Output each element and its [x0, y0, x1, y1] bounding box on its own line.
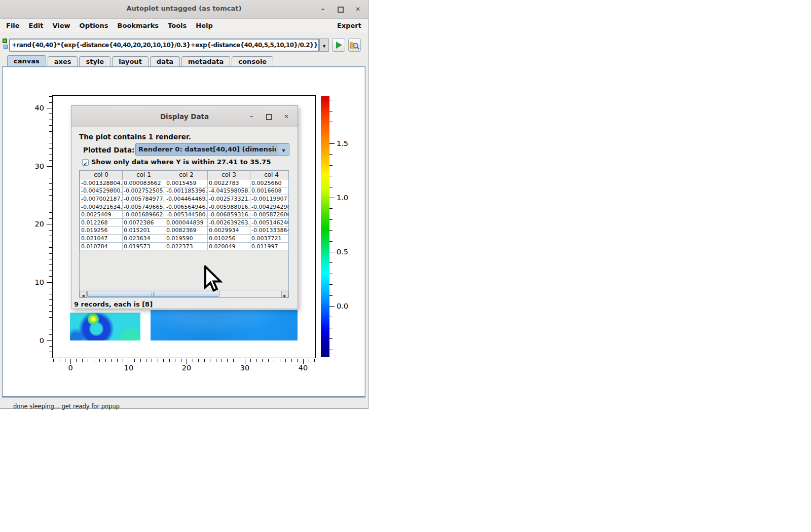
dialog-close-icon[interactable]	[281, 111, 291, 122]
table-cell: -0.004529800...	[80, 187, 123, 195]
table-cell: 0.011997	[250, 242, 289, 250]
display-data-dialog: Display Data The plot contains 1 rendere…	[71, 105, 298, 309]
table-cell: -0.001199077...	[250, 195, 289, 203]
uri-address-input[interactable]: +rand{40,40}*{exp{-distance{40,40,20,20,…	[9, 39, 319, 52]
table-cell: 0.012268	[80, 218, 123, 226]
minimize-icon[interactable]	[318, 4, 328, 14]
table-cell: -0.005749665...	[123, 203, 165, 211]
maximize-icon[interactable]	[336, 4, 346, 14]
menu-help[interactable]: Help	[191, 22, 217, 29]
plotted-data-label: Plotted Data:	[83, 146, 135, 154]
table-row[interactable]: 0.0122680.00723860.000044839-0.002639263…	[80, 218, 289, 226]
table-cell: -0.005146240...	[250, 218, 289, 226]
canvas-bottom-divider	[2, 397, 365, 398]
horizontal-scrollbar[interactable]	[80, 290, 288, 297]
table-header-cell[interactable]: col 4	[250, 171, 289, 179]
expert-label[interactable]: Expert	[337, 22, 361, 29]
tab-layout[interactable]: layout	[112, 56, 149, 66]
data-table: col 0col 1col 2col 3col 4 -0.001328804..…	[80, 170, 289, 250]
tabs-row: canvasaxesstylelayoutdatametadataconsole	[0, 56, 368, 66]
plotted-data-combobox[interactable]: Renderer 0: dataset[40,40] (dimension...	[135, 143, 289, 156]
dialog-maximize-icon[interactable]	[264, 111, 274, 122]
close-icon[interactable]	[353, 4, 363, 14]
tabs: canvasaxesstylelayoutdatametadataconsole	[7, 55, 275, 66]
table-cell: -0.004294298...	[250, 203, 289, 211]
dialog-titlebar[interactable]: Display Data	[71, 106, 298, 127]
scrollbar-thumb[interactable]	[87, 291, 219, 297]
screen: Autoplot untagged (as tomcat) FileEditVi…	[0, 0, 811, 532]
menu-bookmarks[interactable]: Bookmarks	[113, 22, 164, 29]
tab-style[interactable]: style	[79, 56, 110, 66]
address-row: +rand{40,40}*{exp{-distance{40,40,20,20,…	[0, 32, 368, 56]
table-cell: -0.004921634...	[80, 203, 123, 211]
table-cell: -4.041598058...	[208, 187, 250, 195]
table-header-cell[interactable]: col 2	[165, 171, 208, 179]
table-cell: -0.005872606...	[250, 211, 289, 219]
menu-items: FileEditViewOptionsBookmarksToolsHelp	[6, 19, 217, 32]
menu-view[interactable]: View	[48, 22, 75, 29]
table-cell: 0.0025409	[80, 211, 123, 219]
table-cell: -0.002639263...	[208, 218, 250, 226]
combobox-arrow-icon[interactable]	[278, 144, 289, 155]
table-cell: -0.001689662...	[123, 211, 165, 219]
table-cell: 0.021047	[80, 235, 123, 243]
tab-data[interactable]: data	[150, 56, 180, 66]
table-row[interactable]: -0.004921634...-0.005749665...-0.0065649…	[80, 203, 289, 211]
table-cell: 0.010256	[208, 235, 250, 243]
inspect-uri-button[interactable]	[348, 39, 361, 52]
menu-file[interactable]: File	[6, 22, 24, 29]
records-summary: 9 records, each is [8]	[74, 300, 153, 308]
filter-checkbox[interactable]	[82, 159, 89, 166]
mouse-cursor	[202, 265, 223, 294]
table-header-cell[interactable]: col 1	[123, 171, 165, 179]
renderer-count-text: The plot contains 1 renderer.	[79, 133, 191, 141]
tab-axes[interactable]: axes	[48, 56, 78, 66]
play-icon	[336, 42, 342, 49]
scroll-left-icon[interactable]	[80, 291, 87, 297]
app-titlebar[interactable]: Autoplot untagged (as tomcat)	[0, 0, 368, 19]
menu-options[interactable]: Options	[75, 22, 113, 29]
table-cell: -0.005784977...	[123, 195, 165, 203]
table-cell: 0.0022783	[208, 179, 250, 187]
table-cell: -0.004464469...	[165, 195, 208, 203]
table-cell: -0.001328804...	[80, 179, 123, 187]
table-cell: 0.0025660	[250, 179, 289, 187]
table-row[interactable]: 0.0107840.0195730.0223730.0200490.011997…	[80, 242, 289, 250]
menu-tools[interactable]: Tools	[163, 22, 191, 29]
table-row[interactable]: 0.0210470.0236340.0195900.0102560.003772…	[80, 235, 289, 243]
table-header-cell[interactable]: col 3	[208, 171, 250, 179]
table-cell: 0.0029934	[208, 226, 250, 235]
dialog-maximize-box	[266, 114, 272, 120]
table-row[interactable]: 0.0025409-0.001689662...-0.005344580...-…	[80, 211, 289, 219]
tab-canvas[interactable]: canvas	[7, 55, 46, 66]
table-cell: 0.019256	[80, 226, 123, 235]
address-dropdown-icon[interactable]	[319, 39, 329, 52]
table-cell: -0.007002187...	[80, 195, 123, 203]
tab-console[interactable]: console	[232, 56, 273, 66]
tab-metadata[interactable]: metadata	[181, 56, 230, 66]
table-cell: 0.000083662	[123, 179, 165, 187]
table-header-row: col 0col 1col 2col 3col 4	[80, 171, 289, 179]
table-cell: 0.0015459	[165, 179, 208, 187]
datasource-green-icon	[3, 39, 7, 43]
table-cell: -0.006564946...	[165, 203, 208, 211]
table-cell: -0.006859316...	[208, 211, 250, 219]
table-cell: 0.019590	[165, 235, 208, 243]
table-row[interactable]: -0.001328804...0.0000836620.00154590.002…	[80, 179, 289, 187]
table-cell: 0.020049	[208, 242, 250, 250]
table-row[interactable]: -0.007002187...-0.005784977...-0.0044644…	[80, 195, 289, 203]
table-cell: -0.002752505...	[123, 187, 165, 195]
table-cell: -0.001333864...	[250, 226, 289, 235]
combobox-value: Renderer 0: dataset[40,40] (dimension...	[138, 145, 276, 153]
table-row[interactable]: 0.0192560.0152010.00823690.0029934-0.001…	[80, 226, 289, 235]
table-cell: -0.002573321...	[208, 195, 250, 203]
dialog-minimize-icon[interactable]	[246, 111, 256, 122]
menu-edit[interactable]: Edit	[24, 22, 48, 29]
table-cell: -0.005988016...	[208, 203, 250, 211]
table-header-cell[interactable]: col 0	[80, 171, 123, 179]
table-row[interactable]: -0.004529800...-0.002752505...-0.0011853…	[80, 187, 289, 195]
go-play-button[interactable]	[332, 39, 345, 52]
scroll-right-icon[interactable]	[281, 291, 288, 297]
maximize-box	[338, 7, 344, 13]
table-cell: 0.0072386	[123, 218, 165, 226]
